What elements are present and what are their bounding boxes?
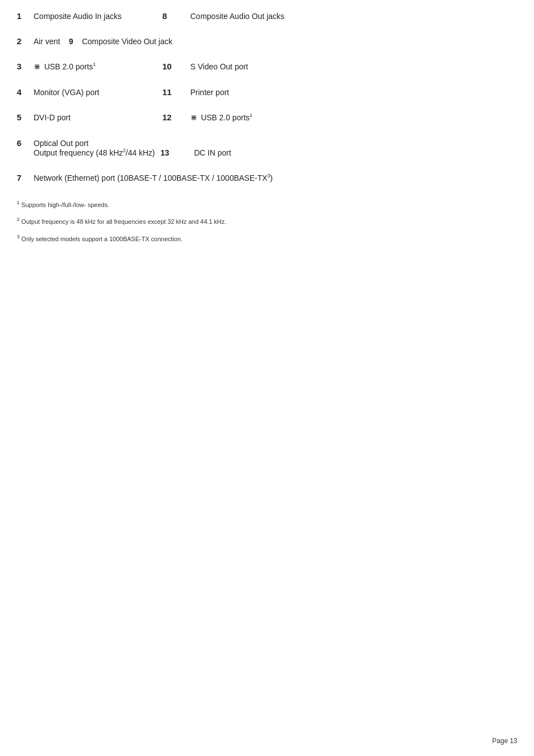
- footnote-ref-1b: 1: [250, 112, 252, 118]
- item-number-right-10: 10: [162, 62, 190, 71]
- item-number-right-8: 8: [162, 11, 190, 21]
- item-label-4: Monitor (VGA) port: [34, 88, 157, 97]
- list-item: 4 Monitor (VGA) port 11 Printer port: [17, 87, 517, 97]
- item-label-5: DVI-D port: [34, 113, 157, 122]
- item-number-right-12: 12: [162, 112, 190, 122]
- item-label-right-8: Composite Audio Out jacks: [190, 12, 284, 21]
- item-label-6-line2: Output frequency (48 kHz2/44 kHz): [34, 148, 155, 157]
- footnote-2: 2 Output frequency is 48 kHz for all fre…: [17, 215, 517, 227]
- item-label-7: Network (Ethernet) port (10BASE-T / 100B…: [34, 173, 273, 182]
- page-number: Page 13: [492, 737, 517, 745]
- item-label-6-line1: Optical Out port: [34, 139, 88, 148]
- item-label-1: Composite Audio In jacks: [34, 12, 157, 21]
- item-number-6: 6: [17, 138, 34, 148]
- item-number-7: 7: [17, 173, 34, 182]
- list-item: 5 DVI-D port 12 ⋇ USB 2.0 ports1: [17, 112, 517, 123]
- item-number-4: 4: [17, 87, 34, 97]
- item-number-3: 3: [17, 62, 34, 71]
- footnote-3: 3 Only selected models support a 1000BAS…: [17, 232, 517, 245]
- list-item-6: 6 Optical Out port Output frequency (48 …: [17, 138, 517, 157]
- item-label-2: Air vent 9 Composite Video Out jack: [34, 37, 172, 46]
- list-item: 3 ⋇ USB 2.0 ports1 10 S Video Out port: [17, 62, 517, 72]
- usb-icon: ⋇: [34, 62, 41, 72]
- footnotes: 1 Supports high-/full-/low- speeds. 2 Ou…: [17, 198, 517, 245]
- item-number-right-13: 13: [161, 148, 194, 157]
- item-number-right-11: 11: [162, 87, 190, 97]
- item-label-3: ⋇ USB 2.0 ports1: [34, 62, 157, 72]
- list-item: 2 Air vent 9 Composite Video Out jack: [17, 36, 517, 46]
- row-6-line2: Output frequency (48 kHz2/44 kHz) 13 DC …: [17, 148, 517, 157]
- row-6-line1: 6 Optical Out port: [17, 138, 517, 148]
- item-label-right-11: Printer port: [190, 88, 229, 97]
- footnote-ref-1: 1: [93, 62, 96, 67]
- inline-number-9: 9: [69, 37, 73, 46]
- item-label-right-10: S Video Out port: [190, 62, 248, 71]
- usb-icon-12: ⋇: [190, 112, 198, 123]
- item-label-right-12: ⋇ USB 2.0 ports1: [190, 112, 252, 123]
- list-item-7: 7 Network (Ethernet) port (10BASE-T / 10…: [17, 173, 517, 182]
- item-number-1: 1: [17, 11, 34, 21]
- list-item: 1 Composite Audio In jacks 8 Composite A…: [17, 11, 517, 21]
- item-number-5: 5: [17, 112, 34, 122]
- page-content: 1 Composite Audio In jacks 8 Composite A…: [0, 0, 534, 283]
- item-label-right-13: DC IN port: [194, 148, 231, 157]
- footnote-1: 1 Supports high-/full-/low- speeds.: [17, 198, 517, 210]
- item-number-2: 2: [17, 36, 34, 46]
